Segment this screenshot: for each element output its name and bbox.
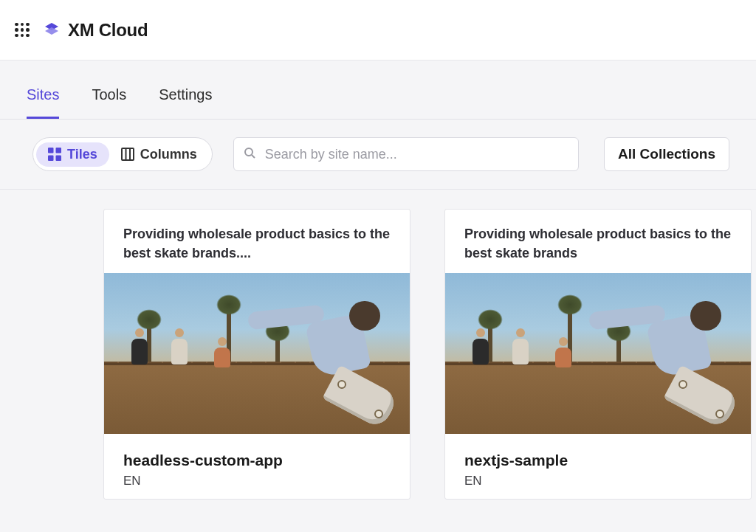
app-header: XM Cloud (0, 0, 756, 61)
svg-rect-2 (48, 156, 54, 162)
site-language: EN (123, 474, 391, 488)
view-columns-label: Columns (140, 147, 197, 162)
sites-grid: Providing wholesale product basics to th… (0, 190, 756, 500)
svg-rect-1 (56, 148, 62, 153)
product-logo[interactable]: XM Cloud (43, 20, 148, 41)
search-icon (244, 147, 255, 162)
site-card[interactable]: Providing wholesale product basics to th… (444, 209, 752, 500)
site-meta: headless-custom-app EN (104, 434, 410, 499)
svg-rect-3 (56, 156, 62, 162)
site-meta: nextjs-sample EN (445, 434, 751, 499)
collections-filter-label: All Collections (618, 146, 715, 162)
search-wrapper (233, 137, 579, 171)
site-thumbnail (104, 273, 410, 434)
collections-filter-button[interactable]: All Collections (604, 137, 729, 171)
site-card[interactable]: Providing wholesale product basics to th… (103, 209, 410, 500)
site-thumbnail (445, 273, 751, 434)
tab-tools[interactable]: Tools (92, 86, 126, 119)
columns-icon (121, 148, 134, 161)
tiles-icon (48, 148, 61, 161)
product-name: XM Cloud (68, 20, 148, 41)
site-language: EN (464, 474, 732, 488)
site-name: headless-custom-app (123, 452, 391, 469)
svg-point-7 (245, 148, 252, 156)
tab-sites[interactable]: Sites (27, 86, 59, 119)
site-description: Providing wholesale product basics to th… (104, 210, 410, 273)
logo-icon (43, 21, 61, 39)
apps-launcher-icon[interactable] (15, 23, 30, 38)
search-input[interactable] (233, 137, 579, 171)
svg-rect-0 (48, 148, 54, 153)
svg-rect-4 (122, 148, 134, 160)
site-name: nextjs-sample (464, 452, 732, 469)
tab-settings[interactable]: Settings (159, 86, 212, 119)
svg-line-8 (252, 155, 255, 158)
view-columns-button[interactable]: Columns (109, 142, 209, 167)
view-mode-switch: Tiles Columns (32, 137, 213, 171)
view-tiles-label: Tiles (67, 147, 97, 162)
sites-toolbar: Tiles Columns All Collections (0, 120, 756, 190)
view-tiles-button[interactable]: Tiles (36, 142, 109, 167)
main-tabs: Sites Tools Settings (0, 61, 756, 120)
site-description: Providing wholesale product basics to th… (445, 210, 751, 273)
